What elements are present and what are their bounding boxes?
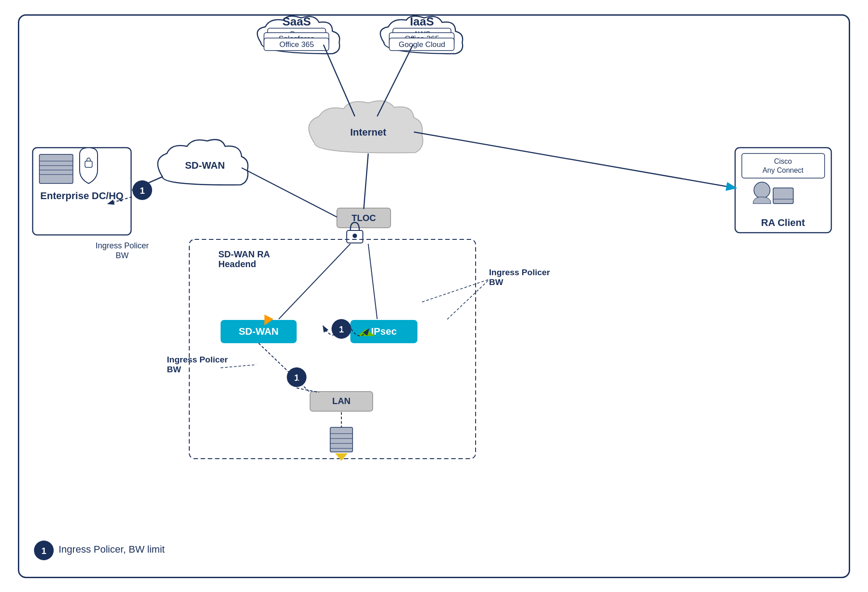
svg-point-27 — [353, 234, 357, 238]
sdwan-cloud: SD-WAN — [158, 139, 248, 184]
svg-text:BW: BW — [116, 251, 129, 260]
svg-text:Headend: Headend — [218, 259, 256, 269]
ingress-policer-line-2 — [447, 281, 488, 320]
line-sdwan-tloc — [242, 168, 337, 217]
svg-text:Office 365: Office 365 — [279, 40, 314, 49]
tloc-label: TLOC — [352, 213, 376, 223]
sdwan-ra-headend-dashed-box — [189, 239, 476, 459]
server-device-icon — [330, 427, 353, 452]
line-badge1-lan — [297, 388, 319, 392]
iaas-label: IaaS — [410, 16, 434, 28]
enterprise-dc-box: Enterprise DC/HQ — [33, 148, 131, 235]
ingress-policer-bw-label-1: Ingress Policer — [95, 241, 149, 250]
internet-cloud-label: Internet — [350, 127, 387, 138]
ra-client-label: RA Client — [761, 217, 805, 228]
svg-text:1: 1 — [140, 186, 145, 196]
svg-rect-13 — [39, 154, 73, 183]
internet-cloud: Internet — [309, 101, 423, 153]
svg-text:BW: BW — [167, 365, 181, 374]
svg-rect-24 — [773, 188, 793, 204]
sdwan-button-label: SD-WAN — [238, 326, 278, 337]
legend-text: Ingress Policer, BW limit — [59, 544, 165, 555]
svg-text:1: 1 — [41, 546, 46, 556]
ra-client-box: Cisco Any Connect RA Client — [735, 148, 831, 233]
lan-label: LAN — [332, 396, 350, 406]
line-sdwan-lan — [259, 343, 310, 392]
network-diagram-svg: SaaS Box Salesforce Office 365 IaaS AWS … — [19, 16, 849, 577]
yellow-arrow-server — [335, 453, 348, 461]
sdwan-ra-headend-label: SD-WAN RA — [218, 249, 270, 259]
line-saas-internet — [323, 45, 355, 116]
saas-cloud: SaaS Box Salesforce Office 365 — [257, 16, 340, 54]
svg-point-23 — [754, 182, 770, 198]
ipsec-button-label: IPsec — [371, 326, 397, 337]
svg-text:Google Cloud: Google Cloud — [399, 40, 445, 49]
saas-label: SaaS — [282, 16, 311, 28]
svg-rect-18 — [85, 161, 92, 167]
line-internet-tloc — [364, 153, 368, 209]
line-internet-ra — [414, 132, 735, 188]
line-tloc-sdwan-btn — [279, 244, 350, 319]
enterprise-label: Enterprise DC/HQ — [40, 190, 123, 201]
ingress-policer-line-3 — [221, 365, 256, 368]
ingress-policer-bw-label-3: Ingress Policer — [167, 355, 228, 364]
cisco-any-connect-label: Cisco — [774, 158, 792, 165]
svg-text:Any Connect: Any Connect — [762, 166, 804, 174]
iaas-cloud: IaaS AWS Office 365 Google Cloud — [380, 16, 463, 54]
line-iaas-internet — [377, 45, 413, 116]
svg-text:BW: BW — [489, 277, 503, 287]
diagram-container: SaaS Box Salesforce Office 365 IaaS AWS … — [18, 14, 850, 578]
ingress-policer-bw-label-2: Ingress Policer — [489, 268, 550, 277]
ingress-policer-line-1 — [422, 280, 488, 302]
sdwan-cloud-label: SD-WAN — [185, 160, 225, 171]
line-tloc-ipsec-btn — [368, 244, 377, 319]
